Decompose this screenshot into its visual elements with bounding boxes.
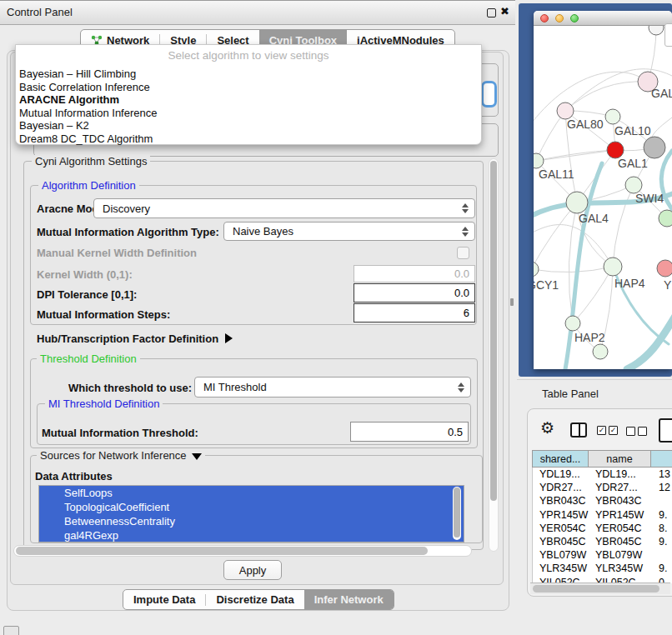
expand-arrow-icon [225,333,233,343]
attribute-list-item[interactable]: SelfLoops [39,486,464,500]
unchecked-box-icon[interactable] [626,427,635,436]
network-window-titlebar[interactable] [534,11,672,26]
aracne-mode-value: Discovery [103,202,150,215]
table-row[interactable]: YLR345WYLR345W9. [533,562,672,575]
splitter-handle[interactable] [510,298,514,306]
network-node-label: GAL80 [567,118,604,131]
network-node-label: HAP4 [614,277,645,290]
attribute-list-item[interactable]: TopologicalCoefficient [39,500,464,514]
panel-divider [517,379,672,380]
hub-definition-toggle[interactable]: Hub/Transcription Factor Definition [37,332,233,345]
table-cell: YBR045C [589,535,652,548]
table-row[interactable]: YBR043CYBR043C [533,494,672,508]
table-cell: YBR043C [589,494,652,508]
table-row[interactable]: YBR045CYBR045C9. [533,535,672,548]
table-cell: YLR345W [589,562,652,575]
float-window-icon[interactable] [487,8,496,18]
network-window-frame: GALGAL80GAL10GAL1GAL11SWI4GAL4GCY1HAP4YH… [519,3,672,377]
unchecked-box-icon[interactable] [638,427,647,436]
network-node-gal10[interactable] [605,109,620,124]
network-node-swi4[interactable] [625,177,642,193]
network-node-gal80[interactable] [557,102,574,119]
network-node[interactable] [593,344,608,359]
algorithm-option[interactable]: Bayesian – Hill Climbing [19,68,478,81]
close-icon[interactable]: ✖ [500,5,509,18]
algorithm-option[interactable]: Dream8 DC_TDC Algorithm [19,132,478,146]
network-node-gal1[interactable] [607,142,624,158]
apply-button[interactable]: Apply [223,560,282,580]
network-node-label: GAL [651,87,672,100]
gear-icon[interactable]: ⚙ [540,420,554,436]
network-node-gcy1[interactable] [534,262,539,277]
tab-infer-network[interactable]: Infer Network [304,590,394,609]
network-node-gal11[interactable] [534,153,544,168]
manual-kernel-checkbox[interactable] [457,247,469,259]
table-cell: YDR27... [589,481,652,494]
network-node-label: GAL4 [579,212,609,225]
checked-box-icon[interactable]: ✓ [609,426,618,435]
settings-vertical-scrollbar[interactable] [489,158,499,552]
network-node-gal4[interactable] [566,192,588,213]
dpi-tolerance-input[interactable] [354,283,475,302]
network-node-hap2[interactable] [565,316,580,331]
column-header-name[interactable]: name [589,450,651,468]
collapse-corner-button[interactable] [3,626,19,635]
sources-toggle[interactable]: Sources for Network Inference [37,449,205,462]
algorithm-options: Bayesian – Hill ClimbingBasic Correlatio… [19,68,478,145]
data-attributes-list[interactable]: SelfLoopsTopologicalCoefficientBetweenne… [38,485,464,542]
mi-steps-input[interactable] [354,303,475,322]
algorithm-option[interactable]: Mutual Information Inference [19,107,478,120]
algorithm-option[interactable]: ARACNE Algorithm [19,93,478,107]
which-threshold-combo[interactable]: MI Threshold [194,377,471,398]
table-row[interactable]: YDL19...YDL19...13 [533,468,672,481]
table-row[interactable]: YBL079WYBL079W [533,548,672,562]
table-cell [652,494,659,508]
network-node[interactable] [644,137,665,158]
mi-threshold-label: Mutual Information Threshold: [42,427,198,439]
table-body[interactable]: YDL19...YDL19...13YDR27...YDR27...12YBR0… [532,468,672,583]
table-cell: YDR27... [533,481,589,494]
algorithm-dropdown-popup: Select algorithm to view settings Bayesi… [15,44,482,145]
network-canvas[interactable]: GALGAL80GAL10GAL1GAL11SWI4GAL4GCY1HAP4YH… [534,26,672,369]
settings-horizontal-scrollbar[interactable] [13,545,472,557]
network-window: GALGAL80GAL10GAL1GAL11SWI4GAL4GCY1HAP4YH… [534,11,672,369]
column-header-clipped[interactable]: A [651,450,672,468]
table-horizontal-scrollbar[interactable] [530,582,670,594]
tab-discretize-data[interactable]: Discretize Data [206,590,303,609]
aracne-mode-combo[interactable]: Discovery [93,198,475,218]
attribute-list-item[interactable]: gal4RGexp [39,528,464,542]
chevron-updown-icon [462,227,469,237]
table-cell: 9. [652,535,667,548]
network-edge [613,185,634,267]
algorithm-placeholder: Select algorithm to view settings [16,49,481,62]
checked-box-icon[interactable]: ✓ [597,426,606,435]
table-row[interactable]: YER054CYER054C8. [533,522,672,535]
network-node-hap4[interactable] [604,258,622,276]
table-cell: YDL19... [589,468,652,481]
mi-type-combo[interactable]: Naive Bayes [223,222,475,241]
network-node-label: SWI4 [635,192,664,205]
table-cell: YLR345W [533,562,589,575]
split-columns-icon[interactable] [570,422,587,438]
table-cell: YBR043C [533,494,589,508]
attribute-list-item[interactable]: BetweennessCentrality [39,514,464,528]
mi-threshold-input[interactable] [350,422,469,442]
dpi-tolerance-label: DPI Tolerance [0,1]: [37,288,137,301]
network-node-label: GAL1 [618,157,648,170]
network-node[interactable] [659,210,672,227]
table-row[interactable]: YDR27...YDR27...12 [533,481,672,494]
collapse-arrow-icon [192,453,202,460]
algorithm-option[interactable]: Bayesian – K2 [19,119,478,132]
new-column-icon[interactable] [659,418,672,442]
minimize-traffic-light-icon[interactable] [555,14,564,22]
list-scrollbar[interactable] [453,487,461,540]
zoom-traffic-light-icon[interactable] [570,14,579,22]
network-node-y[interactable] [657,260,672,277]
algorithm-option[interactable]: Basic Correlation Inference [19,81,478,94]
close-traffic-light-icon[interactable] [540,14,549,22]
table-row[interactable]: YPR145WYPR145W9. [533,508,672,522]
tab-impute-data[interactable]: Impute Data [123,590,205,609]
kernel-width-input[interactable] [354,265,475,282]
column-header-shared[interactable]: shared... [532,450,589,468]
network-node[interactable] [649,26,664,35]
